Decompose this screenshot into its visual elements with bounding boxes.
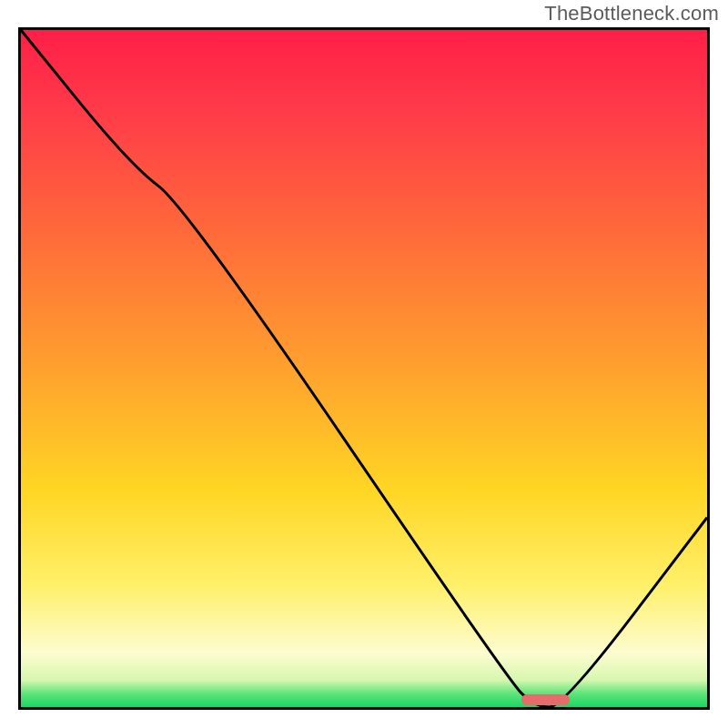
chart-frame [18, 27, 710, 710]
watermark-text: TheBottleneck.com [544, 2, 719, 25]
bottleneck-line [21, 30, 707, 707]
optimal-range-marker [521, 694, 570, 705]
chart-curve [21, 30, 707, 707]
